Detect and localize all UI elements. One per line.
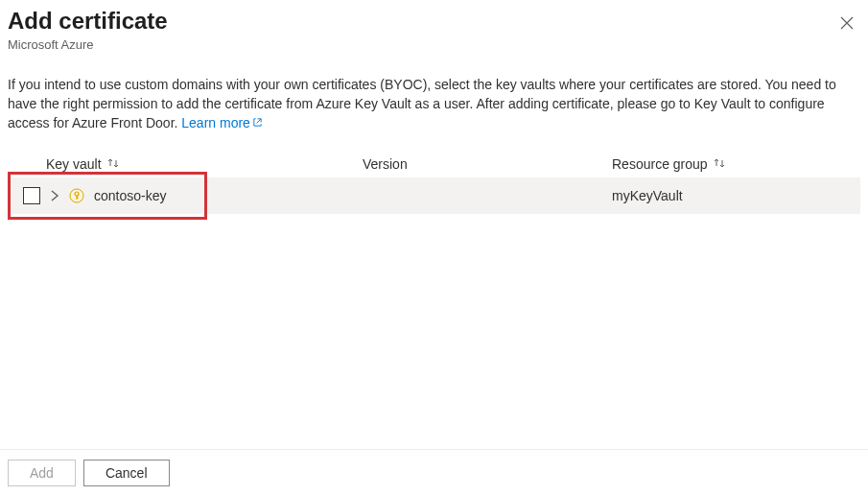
row-resource-group: myKeyVault — [612, 188, 860, 203]
column-header-key-vault[interactable]: Key vault — [8, 156, 363, 172]
close-button[interactable] — [835, 12, 858, 35]
description-body: If you intend to use custom domains with… — [8, 77, 836, 131]
close-icon — [840, 16, 854, 30]
page-title: Add certificate — [8, 8, 168, 35]
column-header-version[interactable]: Version — [363, 156, 612, 172]
external-link-icon — [252, 113, 263, 132]
table-row[interactable]: contoso-key myKeyVault — [8, 177, 860, 214]
key-vault-table: Key vault Version Resource group — [8, 151, 860, 449]
cancel-button[interactable]: Cancel — [83, 460, 170, 486]
sort-icon — [107, 156, 119, 172]
key-vault-icon — [69, 188, 84, 203]
description-text: If you intend to use custom domains with… — [8, 75, 860, 133]
add-button[interactable]: Add — [8, 460, 76, 486]
row-key-vault-name: contoso-key — [94, 188, 166, 203]
sort-icon — [714, 156, 725, 172]
expand-toggle[interactable] — [50, 189, 59, 202]
page-subtitle: Microsoft Azure — [8, 37, 168, 52]
chevron-right-icon — [50, 189, 59, 202]
column-header-resource-group[interactable]: Resource group — [612, 156, 860, 172]
row-checkbox[interactable] — [23, 187, 40, 204]
learn-more-link[interactable]: Learn more — [181, 115, 263, 130]
